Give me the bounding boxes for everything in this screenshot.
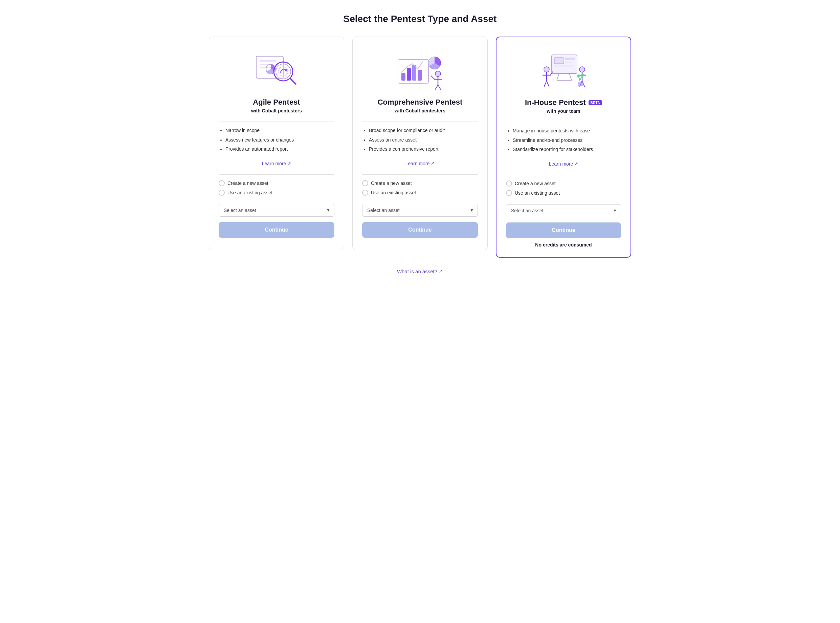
agile-radio-new[interactable]: Create a new asset <box>219 180 334 186</box>
inhouse-radio-existing-label: Use an existing asset <box>515 190 560 196</box>
agile-feature-2: Assess new features or changes <box>225 137 334 144</box>
what-is-asset-text: What is an asset? <box>397 269 437 274</box>
card-inhouse: In-House Pentest BETA with your team Man… <box>496 37 631 258</box>
agile-select-wrapper: Select an asset ▼ <box>219 204 334 217</box>
agile-illustration <box>249 48 304 92</box>
inhouse-divider-1 <box>506 122 621 122</box>
svg-rect-25 <box>565 61 571 63</box>
agile-title-row: Agile Pentest <box>253 98 300 107</box>
inhouse-feature-3: Standardize reporting for stakeholders <box>513 146 621 153</box>
agile-features: Narrow in scope Assess new features or c… <box>219 127 334 155</box>
agile-radio-new-label: Create a new asset <box>228 181 268 186</box>
inhouse-learn-more-icon: ↗ <box>574 161 578 166</box>
inhouse-no-credits: No credits are consumed <box>535 242 592 247</box>
comprehensive-divider-1 <box>362 121 478 122</box>
inhouse-radio-existing[interactable]: Use an existing asset <box>506 190 621 196</box>
svg-point-36 <box>579 67 585 72</box>
svg-line-19 <box>435 85 438 89</box>
inhouse-radio-new-circle <box>506 181 512 187</box>
inhouse-learn-more-text: Learn more <box>549 161 573 167</box>
agile-divider-2 <box>219 174 334 175</box>
svg-rect-12 <box>407 68 411 81</box>
comprehensive-feature-2: Assess an entire asset <box>369 137 478 144</box>
comprehensive-radio-existing-circle <box>362 190 368 196</box>
comprehensive-learn-more-link[interactable]: Learn more ↗ <box>405 161 435 166</box>
cards-container: Agile Pentest with Cobalt pentesters Nar… <box>200 37 640 258</box>
inhouse-asset-select[interactable]: Select an asset <box>506 204 621 217</box>
svg-point-42 <box>577 75 580 77</box>
inhouse-radio-existing-circle <box>506 190 512 196</box>
inhouse-select-wrapper: Select an asset ▼ <box>506 204 621 217</box>
comprehensive-radio-group: Create a new asset Use an existing asset <box>362 180 478 199</box>
inhouse-features: Manage in-house pentests with ease Strea… <box>506 127 621 156</box>
inhouse-radio-new[interactable]: Create a new asset <box>506 181 621 187</box>
svg-rect-14 <box>418 70 422 81</box>
svg-rect-26 <box>554 65 574 67</box>
comprehensive-radio-new[interactable]: Create a new asset <box>362 180 478 186</box>
comprehensive-continue-button[interactable]: Continue <box>362 222 478 238</box>
comprehensive-learn-more-icon: ↗ <box>431 161 435 166</box>
comprehensive-feature-3: Provides a comprehensive report <box>369 146 478 153</box>
comprehensive-feature-1: Broad scope for compliance or audit <box>369 127 478 134</box>
agile-learn-more-icon: ↗ <box>287 161 291 166</box>
svg-line-21 <box>431 76 435 79</box>
agile-radio-group: Create a new asset Use an existing asset <box>219 180 334 199</box>
svg-point-16 <box>435 71 441 77</box>
svg-line-28 <box>569 74 572 80</box>
agile-feature-3: Provides an automated report <box>225 146 334 153</box>
comprehensive-radio-new-circle <box>362 180 368 186</box>
page-title: Select the Pentest Type and Asset <box>344 14 497 25</box>
svg-line-35 <box>546 81 549 86</box>
inhouse-feature-2: Streamline end-to-end processes <box>513 137 621 144</box>
svg-line-7 <box>291 78 296 84</box>
comprehensive-divider-2 <box>362 174 478 175</box>
agile-feature-1: Narrow in scope <box>225 127 334 134</box>
comprehensive-features: Broad scope for compliance or audit Asse… <box>362 127 478 155</box>
svg-point-30 <box>544 67 549 72</box>
agile-asset-select[interactable]: Select an asset <box>219 204 334 217</box>
svg-rect-24 <box>565 58 575 60</box>
agile-radio-existing-circle <box>219 190 225 196</box>
inhouse-radio-group: Create a new asset Use an existing asset <box>506 181 621 199</box>
svg-rect-23 <box>554 58 564 64</box>
inhouse-title: In-House Pentest <box>525 98 586 107</box>
svg-rect-11 <box>401 73 405 81</box>
agile-radio-new-circle <box>219 180 225 186</box>
svg-line-34 <box>544 81 546 86</box>
what-is-asset-link[interactable]: What is an asset? ↗ <box>397 269 443 275</box>
inhouse-divider-2 <box>506 175 621 175</box>
comprehensive-select-wrapper: Select an asset ▼ <box>362 204 478 217</box>
svg-rect-1 <box>260 60 277 61</box>
inhouse-illustration <box>536 48 591 92</box>
comprehensive-subtitle: with Cobalt pentesters <box>395 108 445 114</box>
comprehensive-learn-more-text: Learn more <box>405 161 430 166</box>
inhouse-continue-button[interactable]: Continue <box>506 222 621 238</box>
agile-divider-1 <box>219 121 334 122</box>
agile-learn-more-link[interactable]: Learn more ↗ <box>262 161 291 166</box>
card-agile: Agile Pentest with Cobalt pentesters Nar… <box>209 37 344 250</box>
inhouse-title-row: In-House Pentest BETA <box>525 98 602 107</box>
agile-radio-existing[interactable]: Use an existing asset <box>219 190 334 196</box>
comprehensive-asset-select[interactable]: Select an asset <box>362 204 478 217</box>
inhouse-subtitle: with your team <box>547 108 580 114</box>
svg-line-27 <box>557 74 559 80</box>
card-comprehensive: Comprehensive Pentest with Cobalt pentes… <box>352 37 488 250</box>
comprehensive-illustration <box>393 48 447 92</box>
svg-line-20 <box>438 85 441 89</box>
comprehensive-title: Comprehensive Pentest <box>378 98 463 107</box>
agile-learn-more-text: Learn more <box>262 161 286 166</box>
svg-point-43 <box>581 74 584 77</box>
comprehensive-radio-existing[interactable]: Use an existing asset <box>362 190 478 196</box>
agile-continue-button[interactable]: Continue <box>219 222 334 238</box>
agile-radio-existing-label: Use an existing asset <box>228 190 272 195</box>
what-is-asset-icon: ↗ <box>439 269 443 275</box>
inhouse-beta-badge: BETA <box>589 100 602 105</box>
svg-rect-41 <box>578 82 583 86</box>
svg-point-6 <box>276 64 291 79</box>
inhouse-feature-1: Manage in-house pentests with ease <box>513 127 621 134</box>
comprehensive-title-row: Comprehensive Pentest <box>378 98 463 107</box>
inhouse-learn-more-link[interactable]: Learn more ↗ <box>549 161 578 167</box>
inhouse-radio-new-label: Create a new asset <box>515 181 556 186</box>
agile-subtitle: with Cobalt pentesters <box>251 108 302 114</box>
comprehensive-radio-existing-label: Use an existing asset <box>371 190 416 195</box>
